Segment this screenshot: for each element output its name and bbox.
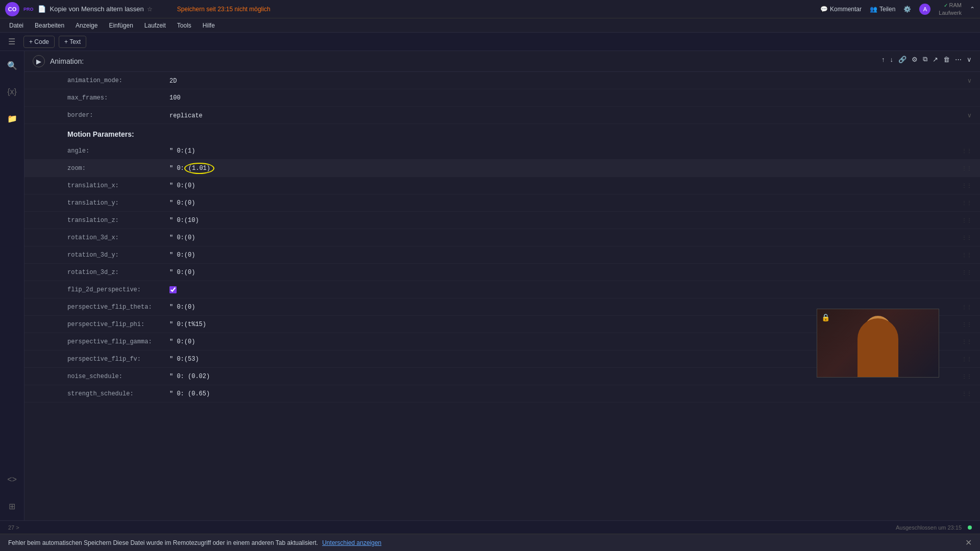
gear-icon: ⚙️ (903, 6, 911, 13)
share-button[interactable]: 👥 Teilen (870, 6, 895, 13)
rotation-3d-y-label: rotation_3d_y: (67, 252, 169, 259)
notification-dismiss-button[interactable]: ✕ (965, 538, 972, 547)
link-icon[interactable]: 🔗 (898, 56, 906, 63)
angle-label: angle: (67, 147, 169, 155)
add-text-button[interactable]: + Text (59, 36, 86, 48)
rotation-3d-x-drag[interactable]: ⋮⋮ (962, 235, 972, 240)
param-row-animation-mode: animation_mode: 2D 3D ∨ (24, 72, 980, 89)
angle-drag-handle[interactable]: ⋮⋮ (962, 148, 972, 154)
perspective-phi-label: perspective_flip_phi: (67, 321, 169, 328)
perspective-gamma-drag[interactable]: ⋮⋮ (962, 339, 972, 344)
cell-play-button[interactable]: ▶ (33, 55, 45, 67)
share-icon: 👥 (870, 6, 877, 13)
settings-cell-icon[interactable]: ⚙ (912, 56, 918, 63)
max-frames-value: 100 (169, 94, 937, 102)
perspective-fv-drag[interactable]: ⋮⋮ (962, 356, 972, 362)
menu-laufzeit[interactable]: Laufzeit (139, 21, 171, 30)
notification-bar: Fehler beim automatischen Speichern Dies… (0, 534, 980, 551)
noise-schedule-label: noise_schedule: (67, 373, 169, 380)
left-sidebar: 🔍 {x} 📁 <> ⊞ (0, 51, 24, 520)
comment-button[interactable]: 💬 Kommentar (820, 6, 862, 13)
animation-mode-chevron: ∨ (967, 77, 972, 84)
param-row-translation-x: translation_x: " 0:(0) ⋮⋮ (24, 177, 980, 194)
sidebar-icon-expand[interactable]: <> (4, 471, 20, 488)
strength-schedule-label: strength_schedule: (67, 390, 169, 397)
perspective-phi-drag[interactable]: ⋮⋮ (962, 321, 972, 327)
border-label: border: (67, 112, 169, 119)
main-layout: 🔍 {x} 📁 <> ⊞ ▶ Animation: ↑ ↓ 🔗 ⚙ ⧉ ↗ 🗑 … (0, 51, 980, 520)
menu-datei[interactable]: Datei (4, 21, 29, 30)
status-dot (968, 525, 972, 530)
sidebar-icon-search[interactable]: 🔍 (4, 57, 20, 73)
share-cell-icon[interactable]: ↗ (933, 56, 938, 63)
expand-button[interactable]: ⌃ (970, 6, 975, 13)
flip-2d-checkbox[interactable] (169, 286, 177, 293)
menu-anzeige[interactable]: Anzeige (70, 21, 103, 30)
settings-button[interactable]: ⚙️ (903, 6, 911, 13)
animation-mode-select[interactable]: 2D 3D (169, 78, 231, 85)
more-icon[interactable]: ⋯ (955, 56, 962, 63)
animation-mode-select-wrapper[interactable]: 2D 3D (169, 77, 231, 85)
noise-schedule-drag[interactable]: ⋮⋮ (962, 373, 972, 379)
sidebar-toggle[interactable]: ☰ (8, 37, 15, 46)
rotation-3d-z-value: " 0:(0) (169, 269, 937, 276)
perspective-theta-drag[interactable]: ⋮⋮ (962, 304, 972, 310)
translation-x-value: " 0:(0) (169, 182, 937, 189)
star-icon[interactable]: ☆ (147, 6, 153, 13)
file-title-text: Kopie von Mensch altern lassen (50, 5, 144, 13)
rotation-3d-y-drag[interactable]: ⋮⋮ (962, 252, 972, 258)
cell-toolbar: ↑ ↓ 🔗 ⚙ ⧉ ↗ 🗑 ⋯ ∨ (881, 55, 972, 63)
menu-hilfe[interactable]: Hilfe (198, 21, 220, 30)
menu-bearbeiten[interactable]: Bearbeiten (30, 21, 69, 30)
zoom-drag-handle[interactable]: ⋮⋮ (962, 165, 972, 171)
translation-z-drag[interactable]: ⋮⋮ (962, 217, 972, 223)
strength-schedule-drag[interactable]: ⋮⋮ (962, 391, 972, 396)
border-chevron: ∨ (967, 112, 972, 119)
translation-z-value: " 0:(10) (169, 217, 937, 224)
app-logo: CO (5, 2, 19, 16)
comment-icon: 💬 (820, 6, 828, 13)
logged-out-text: Ausgeschlossen um 23:15 (896, 524, 962, 531)
notification-link[interactable]: Unterschied anzeigen (322, 539, 381, 546)
menu-bar: Datei Bearbeiten Anzeige Einfügen Laufze… (0, 18, 980, 33)
param-row-rotation-3d-z: rotation_3d_z: " 0:(0) ⋮⋮ (24, 264, 980, 281)
menu-einfuegen[interactable]: Einfügen (104, 21, 138, 30)
menu-tools[interactable]: Tools (172, 21, 197, 30)
translation-y-drag[interactable]: ⋮⋮ (962, 200, 972, 206)
translation-y-label: translation_y: (67, 199, 169, 207)
video-placeholder: 🔒 (817, 309, 939, 377)
translation-x-drag[interactable]: ⋮⋮ (962, 183, 972, 188)
param-row-rotation-3d-x: rotation_3d_x: " 0:(0) ⋮⋮ (24, 229, 980, 246)
sidebar-icon-table[interactable]: ⊞ (4, 498, 20, 514)
top-bar-right: 💬 Kommentar 👥 Teilen ⚙️ A ✓ RAM Laufwerk… (820, 2, 975, 16)
move-up-icon[interactable]: ↑ (881, 56, 885, 63)
rotation-3d-z-drag[interactable]: ⋮⋮ (962, 269, 972, 275)
zoom-highlight: (1.01) (184, 163, 214, 174)
video-body (857, 318, 898, 377)
border-select-wrapper[interactable]: replicate wrap reflect (169, 111, 272, 119)
sidebar-icon-files[interactable]: 📁 (4, 110, 20, 127)
expand-icon: ⌃ (970, 6, 975, 13)
add-code-button[interactable]: + Code (23, 36, 55, 48)
notification-text: Fehler beim automatischen Speichern Dies… (8, 539, 318, 546)
border-select[interactable]: replicate wrap reflect (169, 112, 272, 119)
sidebar-icon-code[interactable]: {x} (4, 84, 20, 100)
copy-icon[interactable]: ⧉ (923, 55, 927, 63)
animation-mode-label: animation_mode: (67, 77, 169, 84)
zoom-value: " 0:(1.01) (169, 163, 937, 174)
translation-z-label: translation_z: (67, 217, 169, 224)
file-title-area: Kopie von Mensch altern lassen ☆ (50, 5, 153, 13)
max-frames-label: max_frames: (67, 94, 169, 102)
delete-icon[interactable]: 🗑 (943, 56, 950, 63)
move-down-icon[interactable]: ↓ (890, 56, 894, 63)
toolbar: ☰ + Code + Text (0, 33, 980, 51)
zoom-prefix: " 0: (169, 165, 184, 172)
account-button[interactable]: A (919, 4, 930, 15)
translation-x-label: translation_x: (67, 182, 169, 189)
cell-title: Animation: (50, 57, 84, 65)
param-row-border: border: replicate wrap reflect ∨ (24, 107, 980, 124)
param-row-max-frames: max_frames: 100 (24, 89, 980, 107)
rotation-3d-y-value: " 0:(0) (169, 252, 937, 259)
chevron-down-icon[interactable]: ∨ (967, 56, 972, 63)
pro-badge: PRO (23, 7, 34, 12)
